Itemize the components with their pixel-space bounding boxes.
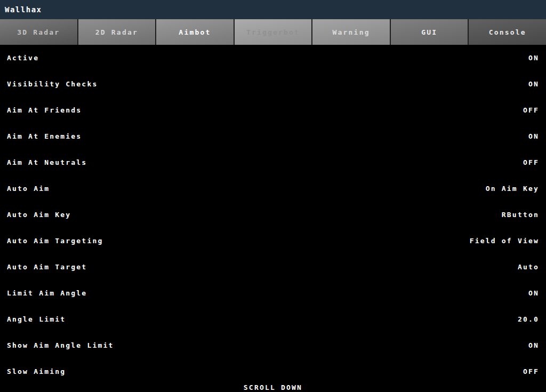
- setting-row-visibility-checks[interactable]: Visibility Checks ON: [0, 71, 546, 97]
- tab-2d-radar[interactable]: 2D Radar: [77, 19, 156, 45]
- setting-value: ON: [528, 54, 539, 62]
- tab-bar: 3D Radar 2D Radar Aimbot Triggerbot Warn…: [0, 19, 546, 45]
- setting-row-angle-limit[interactable]: Angle Limit 20.0: [0, 306, 546, 332]
- setting-value: OFF: [523, 158, 539, 166]
- setting-value: RButton: [502, 211, 539, 219]
- setting-label: Aim At Enemies: [7, 132, 82, 140]
- setting-row-active[interactable]: Active ON: [0, 45, 546, 71]
- title-bar: Wallhax: [0, 0, 546, 19]
- settings-list: Active ON Visibility Checks ON Aim At Fr…: [0, 45, 546, 385]
- window-title: Wallhax: [5, 5, 42, 14]
- setting-row-show-aim-angle-limit[interactable]: Show Aim Angle Limit ON: [0, 332, 546, 358]
- setting-label: Aim At Friends: [7, 106, 82, 114]
- setting-row-auto-aim-target[interactable]: Auto Aim Target Auto: [0, 254, 546, 280]
- setting-row-auto-aim[interactable]: Auto Aim On Aim Key: [0, 175, 546, 202]
- setting-row-auto-aim-key[interactable]: Auto Aim Key RButton: [0, 202, 546, 228]
- setting-label: Auto Aim: [7, 185, 50, 193]
- setting-value: ON: [528, 289, 539, 297]
- setting-label: Slow Aiming: [7, 367, 66, 375]
- setting-label: Auto Aim Target: [7, 263, 87, 271]
- setting-value: ON: [528, 341, 539, 349]
- tab-console[interactable]: Console: [468, 19, 546, 45]
- setting-label: Auto Aim Key: [7, 211, 71, 219]
- tab-3d-radar[interactable]: 3D Radar: [0, 19, 77, 45]
- setting-label: Angle Limit: [7, 315, 66, 323]
- setting-label: Limit Aim Angle: [7, 289, 87, 297]
- setting-label: Visibility Checks: [7, 80, 98, 88]
- setting-value: Field of View: [470, 237, 539, 245]
- tab-warning[interactable]: Warning: [311, 19, 390, 45]
- setting-value: OFF: [523, 367, 539, 375]
- setting-label: Auto Aim Targeting: [7, 237, 103, 245]
- setting-label: Aim At Neutrals: [7, 158, 87, 166]
- setting-label: Show Aim Angle Limit: [7, 341, 114, 349]
- tab-aimbot[interactable]: Aimbot: [155, 19, 234, 45]
- setting-row-aim-at-neutrals[interactable]: Aim At Neutrals OFF: [0, 149, 546, 175]
- setting-row-auto-aim-targeting[interactable]: Auto Aim Targeting Field of View: [0, 228, 546, 254]
- setting-value: OFF: [523, 106, 539, 114]
- setting-label: Active: [7, 54, 39, 62]
- setting-value: Auto: [518, 263, 539, 271]
- setting-row-limit-aim-angle[interactable]: Limit Aim Angle ON: [0, 280, 546, 306]
- setting-value: ON: [528, 132, 539, 140]
- setting-row-aim-at-enemies[interactable]: Aim At Enemies ON: [0, 123, 546, 149]
- tab-triggerbot[interactable]: Triggerbot: [234, 19, 312, 45]
- tab-gui[interactable]: GUI: [390, 19, 468, 45]
- wallhax-window: Wallhax 3D Radar 2D Radar Aimbot Trigger…: [0, 0, 546, 392]
- scroll-down-hint[interactable]: SCROLL DOWN: [0, 383, 546, 391]
- setting-row-aim-at-friends[interactable]: Aim At Friends OFF: [0, 97, 546, 123]
- setting-row-slow-aiming[interactable]: Slow Aiming OFF: [0, 358, 546, 385]
- setting-value: 20.0: [518, 315, 539, 323]
- setting-value: ON: [528, 80, 539, 88]
- setting-value: On Aim Key: [486, 185, 539, 193]
